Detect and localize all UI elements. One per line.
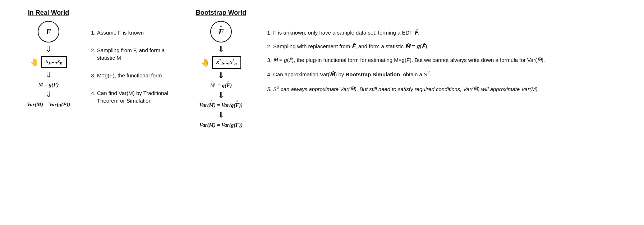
- bootstrap-hand-icon: 🤚: [201, 58, 210, 67]
- formula-Mhat-gFhat: M^ = g(F^): [210, 82, 232, 89]
- bootstrap-sample-values: x*1,...,x*n: [212, 56, 241, 69]
- bootstrap-arrow-2: ⇓: [218, 72, 224, 80]
- real-world-step-2: Sampling from F, and form a statistic M: [97, 46, 183, 62]
- hand-icon: 🤚: [30, 58, 39, 67]
- real-world-diagram: In Real World F ⇓ 🤚 x1,...,xn ⇓ M = g(F)…: [11, 7, 86, 109]
- main-container: In Real World F ⇓ 🤚 x1,...,xn ⇓ M = g(F)…: [11, 7, 633, 130]
- real-world-sample-box: 🤚 x1,...,xn: [30, 56, 67, 68]
- bootstrap-world-list: F is unknown, only have a sample data se…: [259, 7, 633, 99]
- real-world-step-1: Assume F is known: [97, 29, 183, 36]
- sample-values: x1,...,xn: [41, 56, 67, 68]
- bootstrap-step-3: M̂ = g(F̂), the plug-in functional form …: [273, 56, 633, 64]
- formula-M-gF: M = g(F): [38, 82, 59, 88]
- arrow-3: ⇓: [45, 91, 52, 99]
- real-world-title: In Real World: [28, 9, 69, 17]
- formula-Var-M-bootstrap: Var(M) = Var(g(F)): [199, 122, 243, 128]
- bootstrap-arrow-3: ⇓: [218, 91, 224, 99]
- bootstrap-step-2: Sampling with replacement from F̂, and f…: [273, 42, 633, 50]
- real-world-circle-F: F: [38, 21, 59, 42]
- bootstrap-sample-box: 🤚 x*1,...,x*n: [201, 56, 241, 69]
- arrow-1: ⇓: [45, 45, 52, 53]
- arrow-2: ⇓: [45, 71, 52, 79]
- bootstrap-world-title: Bootstrap World: [196, 9, 247, 17]
- bootstrap-arrow-4: ⇓: [218, 111, 224, 119]
- bootstrap-circle-Fhat: F^: [210, 21, 232, 42]
- bootstrap-step-4: Can approximation Var(M̂) by Bootstrap S…: [273, 69, 633, 78]
- bootstrap-step-5: S2 can always approximate Var(M̂). But s…: [273, 84, 633, 93]
- bootstrap-world-diagram: Bootstrap World F^ ⇓ 🤚 x*1,...,x*n ⇓ M^ …: [183, 7, 259, 130]
- formula-Var-Mhat: Var(M^) = Var(g(F^)): [199, 102, 243, 108]
- bootstrap-step-1: F is unknown, only have a sample data se…: [273, 29, 633, 37]
- real-world-step-4: Can find Var(M) by Traditional Theorem o…: [97, 89, 183, 104]
- bootstrap-arrow-1: ⇓: [218, 45, 224, 53]
- formula-Var-M: Var(M) = Var(g(F)): [27, 102, 70, 108]
- real-world-list: Assume F is known Sampling from F, and f…: [86, 7, 183, 114]
- real-world-step-3: M=g(F), the functional form: [97, 72, 183, 79]
